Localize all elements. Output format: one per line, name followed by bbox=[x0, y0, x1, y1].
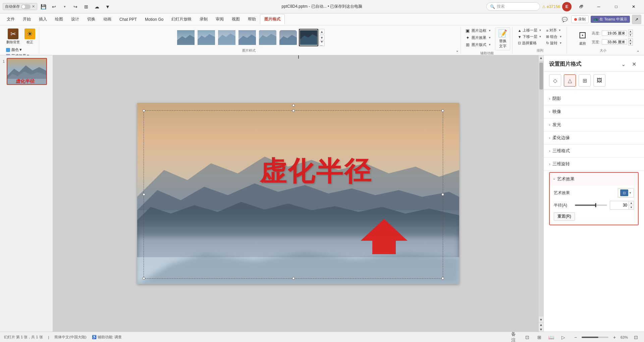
save-button[interactable]: 💾 bbox=[39, 2, 48, 11]
correct-button[interactable]: ☀ 校正 bbox=[23, 27, 37, 46]
size-dialog-btn[interactable]: ⌄ bbox=[637, 49, 639, 52]
tab-file[interactable]: 文件 bbox=[3, 14, 19, 24]
radius-input[interactable] bbox=[610, 202, 629, 208]
section-reflection-header[interactable]: › 映像 bbox=[544, 105, 644, 118]
layer-down-button[interactable]: ▼ 下移一层 ▼ bbox=[517, 34, 543, 40]
scroll-down-arrow[interactable]: ▼ bbox=[319, 35, 325, 40]
scroll-up-button[interactable]: ▲ bbox=[539, 55, 544, 60]
comment-button[interactable]: 💬 bbox=[560, 15, 569, 24]
tab-help[interactable]: 帮助 bbox=[244, 14, 260, 24]
reset-button[interactable]: 重置(R) bbox=[554, 212, 575, 221]
height-spin-down[interactable]: ▼ bbox=[628, 33, 633, 37]
layer-up-button[interactable]: ▲ 上移一层 ▼ bbox=[517, 27, 543, 33]
notes-button[interactable]: 备注 bbox=[511, 333, 519, 341]
quick-access-more[interactable]: ▼ bbox=[103, 2, 112, 11]
tab-picture-format[interactable]: 图片格式 bbox=[260, 14, 285, 24]
radius-slider[interactable] bbox=[575, 205, 607, 206]
slide-canvas[interactable]: 虚化半径 bbox=[137, 103, 459, 284]
radius-spin-down[interactable]: ▼ bbox=[629, 205, 634, 209]
img-border-button[interactable]: ▣ 图片边框 ▼ bbox=[464, 27, 492, 34]
fp-tab-fill[interactable]: ◇ bbox=[549, 74, 561, 87]
scroll-thumb[interactable] bbox=[539, 63, 543, 90]
tab-home[interactable]: 开始 bbox=[19, 14, 35, 24]
autosave-badge[interactable]: 自动保存 ✕ bbox=[3, 3, 37, 10]
style-3[interactable] bbox=[217, 29, 236, 46]
slide-sorter-button[interactable]: ⊞ bbox=[535, 333, 543, 341]
section-shadow-header[interactable]: › 阴影 bbox=[544, 92, 644, 105]
zoom-out-button[interactable]: − bbox=[572, 333, 580, 341]
reading-view-button[interactable]: 📖 bbox=[547, 333, 555, 341]
teams-button[interactable]: 📺 在 Teams 中展示 bbox=[591, 16, 630, 23]
style-4[interactable] bbox=[237, 29, 257, 46]
crop-button[interactable]: ⊡ 裁剪 bbox=[576, 28, 589, 47]
width-spin-up[interactable]: ▲ bbox=[628, 38, 633, 42]
replace-text-button[interactable]: 📝 替换 文字 bbox=[495, 27, 510, 50]
format-panel-collapse[interactable]: ⌄ bbox=[619, 59, 628, 69]
width-spin-down[interactable]: ▼ bbox=[628, 42, 633, 46]
undo-arrow-down[interactable]: ▼ bbox=[60, 2, 69, 11]
tab-chatppt[interactable]: Chat PPT bbox=[115, 15, 141, 24]
art-effect-header[interactable]: › 艺术效果 bbox=[550, 173, 638, 185]
height-input[interactable] bbox=[602, 31, 627, 36]
section-3d-format-header[interactable]: › 三维格式 bbox=[544, 145, 644, 157]
tab-record[interactable]: 录制 bbox=[196, 14, 212, 24]
style-7[interactable] bbox=[299, 29, 318, 46]
color-button[interactable]: 颜色▼ bbox=[5, 47, 31, 53]
styles-dialog-btn[interactable]: ⌄ bbox=[456, 49, 459, 52]
scroll-up-arrow[interactable]: ▲ bbox=[319, 29, 325, 34]
normal-view-button[interactable]: ⊡ bbox=[523, 333, 531, 341]
tab-draw[interactable]: 绘图 bbox=[51, 14, 67, 24]
tab-design[interactable]: 设计 bbox=[67, 14, 83, 24]
section-glow-header[interactable]: › 发光 bbox=[544, 118, 644, 131]
user-avatar[interactable]: E bbox=[562, 2, 572, 11]
tab-view[interactable]: 视图 bbox=[228, 14, 244, 24]
fit-slide-button[interactable]: ⊡ bbox=[632, 333, 640, 341]
maximize-button[interactable]: □ bbox=[608, 2, 624, 11]
img-layout-button[interactable]: ⊞ 图片版式 ▼ bbox=[464, 42, 492, 48]
fp-tab-layout[interactable]: ⊞ bbox=[579, 74, 591, 87]
tab-slideshow[interactable]: 幻灯片放映 bbox=[167, 14, 196, 24]
section-3d-rotation-header[interactable]: › 三维旋转 bbox=[544, 158, 644, 170]
scroll-expand-arrow[interactable]: ▼─ bbox=[319, 41, 325, 46]
radius-spin-up[interactable]: ▲ bbox=[629, 201, 634, 205]
tab-motiongo[interactable]: Motion Go bbox=[141, 15, 167, 24]
autosave-toggle[interactable] bbox=[21, 4, 31, 9]
search-box[interactable]: 🔍 搜索 bbox=[486, 2, 540, 11]
record-button[interactable]: 录制 bbox=[571, 15, 589, 23]
style-5[interactable] bbox=[258, 29, 277, 46]
scroll-down-button[interactable]: ▼ bbox=[539, 317, 544, 322]
group-button[interactable]: ⊞ 组合 ▼ bbox=[545, 34, 563, 40]
scroll-track[interactable] bbox=[539, 61, 543, 317]
restore-window-button[interactable]: 🗗 bbox=[574, 2, 589, 11]
tab-review[interactable]: 审阅 bbox=[212, 14, 228, 24]
select-pane-button[interactable]: ⊡ 选择窗格 bbox=[517, 40, 543, 46]
view-toggle-button[interactable]: ⊞ bbox=[82, 2, 91, 11]
cloud-save-button[interactable]: ☁ bbox=[92, 2, 102, 11]
close-button[interactable]: ✕ bbox=[626, 2, 641, 11]
ae-dropdown-btn[interactable]: ⊡ ▼ bbox=[618, 188, 634, 197]
img-effect-button[interactable]: ✦ 图片效果 ▼ bbox=[464, 35, 492, 41]
zoom-down-button[interactable]: ▼ bbox=[539, 328, 544, 332]
rotate-button[interactable]: ↻ 旋转 ▼ bbox=[545, 40, 563, 46]
share-button[interactable]: ↗ bbox=[632, 15, 641, 24]
slide-thumbnail[interactable]: 虚化半径 bbox=[7, 58, 47, 85]
tab-insert[interactable]: 插入 bbox=[35, 14, 51, 24]
tab-transitions[interactable]: 切换 bbox=[83, 14, 99, 24]
width-input[interactable] bbox=[602, 39, 627, 45]
zoom-up-button[interactable]: ▲ bbox=[539, 323, 544, 327]
radius-thumb[interactable] bbox=[595, 203, 596, 207]
fp-tab-effects[interactable]: △ bbox=[564, 74, 576, 87]
section-soft-edges-header[interactable]: › 柔化边缘 bbox=[544, 131, 644, 144]
redo-button[interactable]: ↪ bbox=[71, 2, 80, 11]
format-panel-close[interactable]: ✕ bbox=[629, 59, 639, 69]
presenter-view-button[interactable]: ▷ bbox=[559, 333, 568, 341]
fp-tab-image[interactable]: 🖼 bbox=[593, 74, 605, 87]
style-1[interactable] bbox=[176, 29, 196, 46]
minimize-button[interactable]: ─ bbox=[591, 2, 606, 11]
tab-animations[interactable]: 动画 bbox=[99, 14, 115, 24]
zoom-slider[interactable] bbox=[582, 337, 608, 338]
remove-bg-button[interactable]: ✂ 删除背景 bbox=[5, 27, 21, 46]
undo-button[interactable]: ↩ bbox=[49, 2, 59, 11]
align-button[interactable]: ≡ 对齐 ▼ bbox=[545, 27, 563, 33]
height-spin-up[interactable]: ▲ bbox=[628, 30, 633, 33]
